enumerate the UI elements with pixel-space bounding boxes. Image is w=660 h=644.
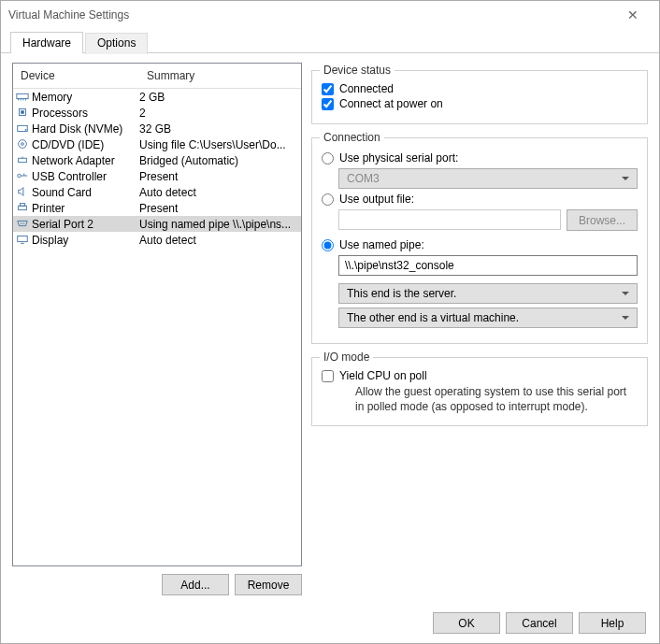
device-row-printer[interactable]: Printer Present	[13, 200, 301, 216]
svg-rect-17	[19, 206, 27, 209]
chk-yield-cpu[interactable]: Yield CPU on poll	[322, 369, 638, 382]
device-list-header: Device Summary	[13, 64, 301, 89]
group-connection: Connection Use physical serial port: COM…	[311, 137, 648, 344]
svg-rect-11	[19, 158, 27, 162]
cd-icon	[13, 138, 32, 151]
radio-use-physical-input[interactable]	[322, 152, 334, 165]
svg-point-10	[22, 142, 24, 145]
svg-marker-16	[19, 187, 23, 195]
group-title-io-mode: I/O mode	[320, 351, 373, 364]
display-icon	[13, 234, 32, 247]
close-icon[interactable]: ✕	[614, 7, 652, 22]
group-title-connection: Connection	[320, 131, 384, 144]
cpu-icon	[13, 107, 32, 120]
sound-icon	[13, 186, 32, 199]
select-physical-port[interactable]: COM3	[338, 168, 638, 189]
svg-point-13	[18, 174, 22, 178]
select-other-end[interactable]: The other end is a virtual machine.	[338, 308, 638, 328]
titlebar: Virtual Machine Settings ✕	[1, 1, 659, 29]
disk-icon	[13, 122, 32, 136]
tab-hardware[interactable]: Hardware	[10, 32, 83, 53]
device-row-network[interactable]: Network Adapter Bridged (Automatic)	[13, 152, 301, 168]
svg-point-9	[19, 139, 27, 148]
group-device-status: Device status Connected Connect at power…	[311, 70, 648, 124]
col-header-device[interactable]: Device	[13, 64, 139, 88]
settings-window: Virtual Machine Settings ✕ Hardware Opti…	[0, 0, 660, 644]
chk-connect-poweron-input[interactable]	[322, 98, 334, 110]
output-file-field[interactable]	[338, 209, 561, 230]
chk-connected-input[interactable]	[322, 83, 334, 95]
radio-use-named-pipe-input[interactable]	[322, 239, 334, 251]
device-row-memory[interactable]: Memory 2 GB	[13, 89, 301, 105]
device-row-processors[interactable]: Processors 2	[13, 105, 301, 121]
memory-icon	[13, 91, 32, 104]
printer-icon	[13, 202, 32, 215]
svg-point-20	[21, 222, 22, 223]
device-list[interactable]: Device Summary Memory 2 GB Processors 2 …	[12, 63, 302, 566]
device-row-serial[interactable]: Serial Port 2 Using named pipe \\.\pipe\…	[13, 216, 301, 232]
remove-button[interactable]: Remove	[235, 574, 302, 595]
browse-button[interactable]: Browse...	[567, 209, 638, 231]
radio-use-output-input[interactable]	[322, 193, 334, 206]
device-row-harddisk[interactable]: Hard Disk (NVMe) 32 GB	[13, 121, 301, 136]
svg-rect-0	[17, 93, 28, 98]
chk-yield-cpu-input[interactable]	[322, 370, 334, 382]
serial-icon	[13, 218, 32, 231]
ok-button[interactable]: OK	[433, 612, 500, 634]
named-pipe-field[interactable]	[338, 255, 638, 276]
help-button[interactable]: Help	[579, 612, 646, 634]
svg-rect-23	[18, 236, 28, 241]
svg-point-22	[23, 222, 24, 223]
col-header-summary[interactable]: Summary	[139, 64, 301, 88]
radio-use-named-pipe[interactable]: Use named pipe:	[322, 238, 638, 251]
window-title: Virtual Machine Settings	[8, 8, 614, 21]
svg-rect-18	[20, 203, 24, 206]
svg-rect-6	[21, 110, 24, 114]
radio-use-physical[interactable]: Use physical serial port:	[322, 151, 638, 165]
network-icon	[13, 154, 32, 167]
cancel-button[interactable]: Cancel	[506, 612, 573, 634]
chk-connected[interactable]: Connected	[322, 82, 638, 95]
device-row-usb[interactable]: USB Controller Present	[13, 168, 301, 184]
svg-point-21	[22, 222, 22, 223]
device-row-cddvd[interactable]: CD/DVD (IDE) Using file C:\Users\User\Do…	[13, 136, 301, 152]
device-row-display[interactable]: Display Auto detect	[13, 232, 301, 248]
add-button[interactable]: Add...	[162, 574, 229, 595]
device-row-sound[interactable]: Sound Card Auto detect	[13, 184, 301, 200]
chk-connect-poweron[interactable]: Connect at power on	[322, 97, 638, 110]
select-this-end[interactable]: This end is the server.	[338, 283, 638, 304]
group-title-device-status: Device status	[320, 64, 395, 77]
dialog-footer: OK Cancel Help	[1, 603, 659, 643]
io-mode-description: Allow the guest operating system to use …	[355, 384, 638, 414]
usb-icon	[13, 170, 32, 183]
radio-use-output[interactable]: Use output file:	[322, 193, 638, 206]
tab-strip: Hardware Options	[1, 31, 659, 53]
tab-options[interactable]: Options	[85, 33, 148, 54]
group-io-mode: I/O mode Yield CPU on poll Allow the gue…	[311, 357, 648, 426]
svg-point-8	[25, 128, 27, 130]
